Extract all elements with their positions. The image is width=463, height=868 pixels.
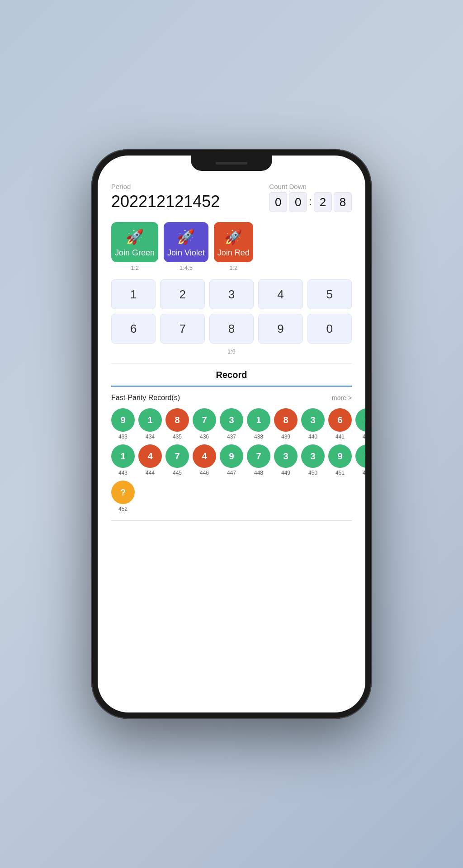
- header-row: Period 202212121452 Count Down 0 0 : 2 8: [111, 183, 352, 212]
- number-5[interactable]: 5: [307, 279, 352, 309]
- circle-item-439[interactable]: 8 439: [274, 408, 298, 440]
- circle-447: 9: [220, 444, 243, 468]
- circle-num-451a: 451: [335, 470, 345, 476]
- number-6[interactable]: 6: [111, 314, 156, 344]
- circle-num-444: 444: [146, 470, 155, 476]
- circle-item-435[interactable]: 8 435: [165, 408, 189, 440]
- join-green-label: Join Green: [115, 248, 155, 258]
- join-red-ratio: 1:2: [214, 264, 253, 271]
- countdown-label: Count Down: [269, 183, 352, 190]
- circle-num-440: 440: [308, 434, 317, 440]
- number-grid: 1 2 3 4 5 6 7 8 9 0 1:9: [111, 279, 352, 355]
- number-9[interactable]: 9: [258, 314, 302, 344]
- circle-item-440[interactable]: 3 440: [301, 408, 325, 440]
- record-header: Fast-Parity Record(s) more >: [111, 394, 352, 402]
- circle-item-445[interactable]: 7 445: [165, 444, 189, 476]
- period-section: Period 202212121452: [111, 183, 220, 211]
- circle-num-436: 436: [200, 434, 209, 440]
- circle-item-444[interactable]: 4 444: [138, 444, 162, 476]
- circle-444: 4: [138, 444, 162, 468]
- circle-item-437[interactable]: 3 437: [220, 408, 243, 440]
- circle-num-449: 449: [281, 470, 290, 476]
- circle-445: 7: [165, 444, 189, 468]
- join-green-ratio: 1:2: [111, 264, 158, 271]
- circles-section-3: ? 452: [111, 481, 352, 512]
- circle-437: 3: [220, 408, 243, 432]
- join-red-section: 🚀 Join Red 1:2: [214, 222, 253, 271]
- circle-434: 1: [138, 408, 162, 432]
- circles-section-2: 1 443 4 444 7 445 4 446: [111, 444, 352, 476]
- circle-num-443: 443: [118, 470, 128, 476]
- circle-item-443[interactable]: 1 443: [111, 444, 135, 476]
- join-violet-ratio: 1:4.5: [164, 264, 208, 271]
- countdown-digit-3: 8: [334, 192, 352, 212]
- circle-item-452[interactable]: ? 452: [111, 481, 135, 512]
- countdown-digit-2: 2: [314, 192, 332, 212]
- join-buttons-row: 🚀 Join Green 1:2 🚀 Join Violet 1:4.5 🚀: [111, 222, 352, 271]
- phone-notch: [191, 156, 272, 171]
- join-violet-label: Join Violet: [167, 248, 205, 258]
- record-title: Record: [111, 363, 352, 386]
- number-8[interactable]: 8: [209, 314, 254, 344]
- circles-row-1: 9 433 1 434 8 435 7 436: [111, 408, 352, 440]
- number-2[interactable]: 2: [160, 279, 204, 309]
- circle-451a: 9: [328, 444, 352, 468]
- circle-num-433: 433: [118, 434, 128, 440]
- number-0[interactable]: 0: [307, 314, 352, 344]
- circle-item-447[interactable]: 9 447: [220, 444, 243, 476]
- record-underline: [111, 386, 352, 387]
- circle-num-437: 437: [227, 434, 236, 440]
- circle-num-435: 435: [173, 434, 182, 440]
- record-section-title: Fast-Parity Record(s): [111, 394, 180, 402]
- number-3[interactable]: 3: [209, 279, 254, 309]
- circle-448: 7: [247, 444, 270, 468]
- number-4[interactable]: 4: [258, 279, 302, 309]
- circle-item-449[interactable]: 3 449: [274, 444, 298, 476]
- circle-item-434[interactable]: 1 434: [138, 408, 162, 440]
- join-red-label: Join Red: [217, 248, 250, 258]
- circle-441: 6: [328, 408, 352, 432]
- circle-436: 7: [193, 408, 216, 432]
- circle-449: 3: [274, 444, 298, 468]
- circle-num-438: 438: [254, 434, 263, 440]
- circle-item-450[interactable]: 3 450: [301, 444, 325, 476]
- countdown-digit-0: 0: [269, 192, 287, 212]
- notch-speaker: [216, 162, 247, 165]
- circle-item-442[interactable]: 0 442: [355, 408, 365, 440]
- circle-item-451b[interactable]: 9 451: [355, 444, 365, 476]
- circle-439: 8: [274, 408, 298, 432]
- circles-row-2: 1 443 4 444 7 445 4 446: [111, 444, 352, 476]
- circle-item-441[interactable]: 6 441: [328, 408, 352, 440]
- circle-440: 3: [301, 408, 325, 432]
- rocket-red-icon: 🚀: [224, 228, 242, 245]
- phone-screen: Period 202212121452 Count Down 0 0 : 2 8: [98, 156, 365, 712]
- circle-num-434: 434: [146, 434, 155, 440]
- circle-num-447: 447: [227, 470, 236, 476]
- more-link[interactable]: more >: [332, 394, 352, 401]
- circle-442: 0: [355, 408, 365, 432]
- circle-item-448[interactable]: 7 448: [247, 444, 270, 476]
- circle-num-448: 448: [254, 470, 263, 476]
- join-green-button[interactable]: 🚀 Join Green: [111, 222, 158, 262]
- period-value: 202212121452: [111, 192, 220, 211]
- circle-num-446: 446: [200, 470, 209, 476]
- join-violet-button[interactable]: 🚀 Join Violet: [164, 222, 208, 262]
- number-1[interactable]: 1: [111, 279, 156, 309]
- circle-item-438[interactable]: 1 438: [247, 408, 270, 440]
- join-green-section: 🚀 Join Green 1:2: [111, 222, 158, 271]
- countdown-digit-1: 0: [289, 192, 307, 212]
- grid-ratio: 1:9: [111, 348, 352, 355]
- circle-item-446[interactable]: 4 446: [193, 444, 216, 476]
- circle-item-451a[interactable]: 9 451: [328, 444, 352, 476]
- circle-item-433[interactable]: 9 433: [111, 408, 135, 440]
- period-label: Period: [111, 183, 220, 190]
- number-7[interactable]: 7: [160, 314, 204, 344]
- circle-item-436[interactable]: 7 436: [193, 408, 216, 440]
- circles-section-1: 9 433 1 434 8 435 7 436: [111, 408, 352, 440]
- countdown-display: 0 0 : 2 8: [269, 192, 352, 212]
- circle-num-441: 441: [335, 434, 345, 440]
- join-red-button[interactable]: 🚀 Join Red: [214, 222, 253, 262]
- number-row-2: 6 7 8 9 0: [111, 314, 352, 344]
- circle-451b: 9: [355, 444, 365, 468]
- number-row-1: 1 2 3 4 5: [111, 279, 352, 309]
